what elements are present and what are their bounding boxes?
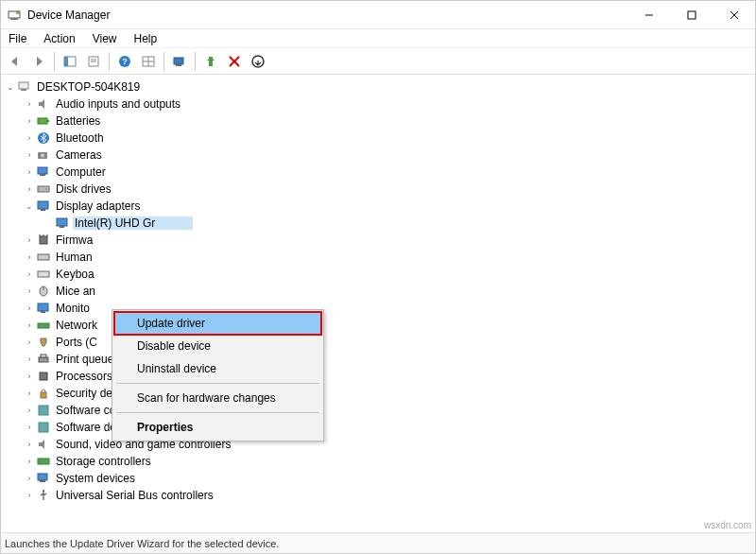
cpu-icon [36,370,51,383]
svg-rect-49 [38,323,49,328]
svg-rect-18 [176,64,181,66]
tree-node-intel-graphics[interactable]: Intel(R) UHD Gr [1,215,755,232]
ctx-update-driver[interactable]: Update driver [114,312,321,335]
svg-point-59 [43,490,44,492]
minimize-button[interactable] [627,1,670,28]
svg-rect-1 [10,18,18,20]
expand-icon[interactable]: › [24,167,35,177]
expand-icon[interactable]: › [24,491,35,500]
separator [54,52,55,71]
ctx-uninstall-device[interactable]: Uninstall device [114,357,321,380]
expand-icon[interactable]: › [24,269,35,279]
svg-rect-52 [40,372,47,380]
expand-icon[interactable]: › [24,303,35,313]
expand-icon[interactable]: › [24,116,35,126]
tree-node-firmware[interactable]: ›Firmwa [1,232,755,249]
expand-icon[interactable]: › [24,320,35,330]
tree-node-cameras[interactable]: ›Cameras [1,147,755,164]
tree-node-hid[interactable]: ›Human [1,249,755,266]
statusbar: Launches the Update Driver Wizard for th… [1,532,755,553]
svg-rect-35 [41,209,45,211]
svg-rect-56 [38,459,49,464]
firmware-icon [36,234,51,247]
close-button[interactable] [713,1,755,28]
tree-node-batteries[interactable]: ›Batteries [1,113,755,130]
scan-hardware-button[interactable] [169,51,190,72]
expand-icon[interactable]: › [24,252,35,262]
svg-rect-24 [21,89,26,91]
svg-rect-34 [38,201,48,209]
expand-icon[interactable]: › [24,184,35,194]
storage-icon [36,455,51,468]
expand-icon[interactable]: › [24,440,35,449]
window-controls [627,1,755,28]
uninstall-icon[interactable] [248,51,268,72]
svg-rect-8 [64,57,68,66]
svg-text:?: ? [122,57,128,66]
back-button[interactable] [5,51,26,72]
expand-icon[interactable]: › [24,150,35,160]
expand-icon[interactable]: › [24,406,35,415]
computer-icon [36,472,51,485]
expand-icon[interactable]: › [24,389,35,398]
expand-icon[interactable]: › [24,423,35,432]
ctx-disable-device[interactable]: Disable device [114,335,321,357]
security-icon [36,387,51,400]
expand-icon[interactable]: › [24,133,35,143]
disk-icon [36,182,51,196]
ctx-properties[interactable]: Properties [114,416,321,439]
properties-button[interactable] [83,51,104,72]
collapse-icon[interactable]: ⌄ [24,201,35,211]
tree-node-keyboard[interactable]: ›Keyboa [1,266,755,283]
menubar: File Action View Help [1,29,755,48]
forward-button[interactable] [28,51,49,72]
svg-rect-47 [38,303,48,311]
battery-icon [36,114,51,128]
tree-node-bluetooth[interactable]: ›Bluetooth [1,130,755,147]
maximize-button[interactable] [670,1,713,28]
tree-root[interactable]: ⌄DESKTOP-504K819 [1,78,755,95]
expand-icon[interactable]: › [24,457,35,466]
expand-icon[interactable]: › [24,235,35,245]
tree-node-usb[interactable]: ›Universal Serial Bus controllers [1,487,755,504]
expand-icon[interactable]: › [24,286,35,296]
svg-rect-25 [38,118,47,124]
grid-button[interactable] [138,51,159,72]
tree-node-storage[interactable]: ›Storage controllers [1,453,755,470]
help-button[interactable]: ? [114,51,135,72]
svg-point-29 [41,154,44,158]
device-tree[interactable]: ⌄DESKTOP-504K819 ›Audio inputs and outpu… [1,75,755,530]
camera-icon [36,148,51,162]
menu-help[interactable]: Help [132,31,160,46]
svg-rect-23 [19,82,28,89]
computer-icon [36,165,51,179]
tree-node-mice[interactable]: ›Mice an [1,283,755,300]
svg-rect-50 [39,357,48,362]
tree-node-disk[interactable]: ›Disk drives [1,181,755,198]
expand-icon[interactable]: › [24,338,35,347]
ctx-scan-hardware[interactable]: Scan for hardware changes [114,387,321,409]
svg-rect-32 [38,186,49,192]
svg-rect-58 [40,480,45,482]
tree-node-system[interactable]: ›System devices [1,470,755,487]
menu-view[interactable]: View [91,31,119,46]
expand-icon[interactable]: › [24,99,35,109]
tree-node-display[interactable]: ⌄Display adapters [1,198,755,215]
svg-rect-36 [57,218,67,226]
menu-file[interactable]: File [7,31,28,46]
app-icon [7,8,22,23]
tree-node-computer[interactable]: ›Computer [1,164,755,181]
disable-icon[interactable] [224,51,245,72]
show-hide-console-button[interactable] [60,51,80,72]
context-menu: Update driver Disable device Uninstall d… [112,309,324,441]
expand-icon[interactable]: › [24,474,35,483]
update-driver-icon[interactable] [200,51,221,72]
tree-node-audio[interactable]: ›Audio inputs and outputs [1,95,755,113]
menu-action[interactable]: Action [42,31,77,46]
software-icon [36,421,51,434]
separator [195,52,196,71]
software-icon [36,404,51,417]
collapse-icon[interactable]: ⌄ [5,82,16,92]
expand-icon[interactable]: › [24,355,35,364]
expand-icon[interactable]: › [24,372,35,381]
